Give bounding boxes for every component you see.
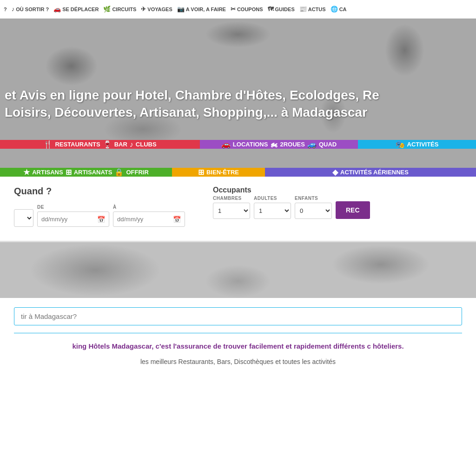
- date-section: Quand ? DE 📅: [14, 186, 185, 227]
- windows-icon: ⊞: [198, 168, 204, 177]
- diamond-icon: ◆: [332, 168, 338, 177]
- car-icon: 🚗: [53, 6, 61, 13]
- star-icon: ★: [23, 168, 30, 177]
- de-date-group: DE 📅: [37, 205, 109, 227]
- search-button[interactable]: REC: [336, 201, 370, 219]
- nav-item-actus[interactable]: 📰 ACTUS: [299, 6, 326, 13]
- leaf-icon: 🌿: [103, 6, 111, 13]
- enfants-label: ENFANTS: [295, 196, 332, 201]
- btn-locations[interactable]: 🚗 LOCATIONS 🏍 2ROUES 🚙 QUAD: [200, 140, 358, 149]
- a-date-input[interactable]: [113, 212, 169, 226]
- category-row-1: 🍴 RESTAURANTS 🍷 BAR ♪ CLUBS 🚗 LOCATIONS …: [0, 140, 476, 149]
- de-label: DE: [37, 205, 109, 210]
- a-label: À: [113, 205, 185, 210]
- search-btn-group: REC: [336, 194, 370, 219]
- quand-label: Quand ?: [14, 186, 185, 197]
- chambres-label: CHAMBRES: [213, 196, 250, 201]
- occupants-section: Occupants CHAMBRES 1 2 3 4 5 ADULTES: [213, 186, 370, 219]
- nav-item-guides[interactable]: 🗺 GUIDES: [268, 6, 295, 13]
- search-section: Quand ? DE 📅: [0, 177, 476, 242]
- quad-icon: 🚙: [307, 140, 317, 149]
- car2-icon: 🚗: [221, 140, 231, 149]
- theater-icon: 🎭: [396, 140, 405, 149]
- calendar-icon-a[interactable]: 📅: [169, 213, 185, 226]
- chambres-select[interactable]: 1 2 3 4 5: [213, 203, 250, 219]
- de-date-input[interactable]: [38, 212, 93, 226]
- nav-item-coupons[interactable]: ✂ COUPONS: [231, 6, 263, 13]
- adultes-group: ADULTES 1 2 3 4: [254, 196, 291, 219]
- newspaper-icon: 📰: [299, 6, 307, 13]
- adultes-label: ADULTES: [254, 196, 291, 201]
- fork-icon: 🍴: [43, 140, 53, 149]
- camera-icon: 📷: [177, 6, 185, 13]
- nav-item-a-voir[interactable]: 📷 A VOIR, A FAIRE: [177, 6, 226, 13]
- enfants-group: ENFANTS 0 1 2 3: [295, 196, 332, 219]
- nav-item-circuits[interactable]: 🌿 CIRCUITS: [103, 6, 136, 13]
- hero-strip-bg: [0, 242, 476, 298]
- hero-strip: [0, 242, 476, 298]
- music-icon: ♪: [12, 6, 15, 13]
- enfants-select[interactable]: 0 1 2 3: [295, 203, 332, 219]
- music-note-icon: ♪: [130, 140, 133, 149]
- chambres-group: CHAMBRES 1 2 3 4 5: [213, 196, 250, 219]
- globe-icon: 🌐: [331, 6, 338, 13]
- de-date-input-container: 📅: [37, 212, 109, 227]
- nav-item-se-deplacer[interactable]: 🚗 SE DÉPLACER: [53, 6, 99, 13]
- date-group: DE 📅 À 📅: [14, 202, 185, 227]
- nav-item-voyages[interactable]: ✈ VOYAGES: [141, 6, 172, 13]
- hero-title: et Avis en ligne pour Hotel, Chambre d'H…: [5, 87, 471, 121]
- nav-item-ca[interactable]: 🌐 CA: [331, 6, 347, 13]
- motorbike-icon: 🏍: [270, 140, 278, 149]
- bottom-paragraph: les meilleurs Restaurants, Bars, Discoth…: [14, 357, 462, 367]
- type-select[interactable]: [14, 209, 33, 227]
- grid-icon: ⊞: [66, 168, 72, 177]
- btn-bien-etre[interactable]: ⊞ BIEN-ÊTRE: [172, 168, 265, 177]
- bottom-section: king Hôtels Madagascar, c'est l'assuranc…: [0, 298, 476, 376]
- nav-item-question[interactable]: ?: [4, 7, 7, 12]
- btn-activites-aeriennes[interactable]: ◆ ACTIVITÉS AÉRIENNES: [265, 168, 476, 177]
- gift-icon: 🔒: [114, 168, 124, 177]
- scissors-icon: ✂: [231, 6, 236, 13]
- a-date-input-container: 📅: [113, 212, 185, 227]
- bottom-description: king Hôtels Madagascar, c'est l'assuranc…: [14, 341, 462, 352]
- a-date-group: À 📅: [113, 205, 185, 227]
- divider: [14, 333, 462, 333]
- bottom-search-input[interactable]: [14, 307, 462, 325]
- hero-banner: et Avis en ligne pour Hotel, Chambre d'H…: [0, 19, 476, 177]
- wine-icon: 🍷: [103, 140, 112, 149]
- plane-icon: ✈: [141, 6, 146, 13]
- btn-restaurants-bar-clubs[interactable]: 🍴 RESTAURANTS 🍷 BAR ♪ CLUBS: [0, 140, 200, 149]
- category-row-2: ★ ARTISANS ⊞ ARTISANATS 🔒 OFFRIR ⊞ BIEN-…: [0, 168, 476, 177]
- btn-artisans[interactable]: ★ ARTISANS ⊞ ARTISANATS 🔒 OFFRIR: [0, 168, 172, 177]
- occupants-fields: CHAMBRES 1 2 3 4 5 ADULTES 1 2 3: [213, 194, 370, 219]
- map-icon: 🗺: [268, 6, 274, 13]
- hero-text-block: et Avis en ligne pour Hotel, Chambre d'H…: [0, 87, 476, 121]
- type-select-group: [14, 202, 33, 227]
- top-navigation: ? ♪ OÙ SORTIR ? 🚗 SE DÉPLACER 🌿 CIRCUITS…: [0, 0, 476, 19]
- adultes-select[interactable]: 1 2 3 4: [254, 203, 291, 219]
- calendar-icon-de[interactable]: 📅: [93, 213, 109, 226]
- nav-item-ou-sortir[interactable]: ♪ OÙ SORTIR ?: [12, 6, 49, 13]
- occupants-label: Occupants: [213, 186, 370, 194]
- btn-activites[interactable]: 🎭 ACTIVITÉS: [358, 140, 476, 149]
